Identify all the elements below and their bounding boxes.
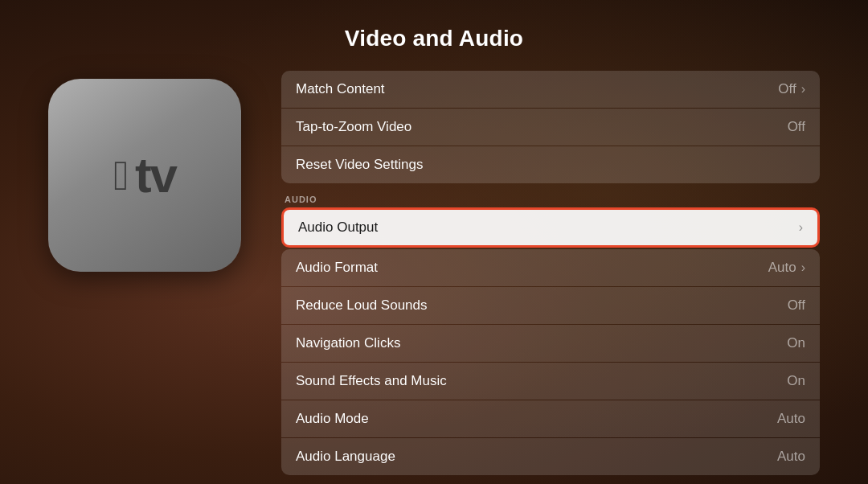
sound-effects-value: On xyxy=(787,373,805,389)
navigation-clicks-value: On xyxy=(787,335,805,351)
reduce-loud-label: Reduce Loud Sounds xyxy=(296,297,428,314)
sound-effects-label: Sound Effects and Music xyxy=(296,373,447,389)
tap-to-zoom-label: Tap-to-Zoom Video xyxy=(296,119,411,135)
audio-mode-value: Auto xyxy=(777,411,805,427)
audio-format-label: Audio Format xyxy=(296,260,378,276)
settings-row-sound-effects[interactable]: Sound Effects and Music On xyxy=(281,363,820,400)
tap-to-zoom-value: Off xyxy=(788,119,805,135)
settings-row-match-content[interactable]: Match Content Off › xyxy=(281,71,820,108)
apple-logo-icon:  xyxy=(113,154,129,196)
apple-tv-graphic:  tv xyxy=(48,79,241,272)
settings-row-audio-language[interactable]: Audio Language Auto xyxy=(281,438,820,475)
tv-text: tv xyxy=(135,150,176,200)
settings-row-audio-output[interactable]: Audio Output › xyxy=(281,207,820,248)
settings-row-tap-to-zoom[interactable]: Tap-to-Zoom Video Off xyxy=(281,109,820,146)
settings-row-audio-format[interactable]: Audio Format Auto › xyxy=(281,249,820,286)
page-container: Video and Audio  tv Match Content Off ›… xyxy=(0,0,868,484)
navigation-clicks-label: Navigation Clicks xyxy=(296,335,400,351)
match-content-label: Match Content xyxy=(296,81,385,97)
match-content-value: Off xyxy=(778,81,796,97)
settings-row-reset-video[interactable]: Reset Video Settings xyxy=(281,146,820,183)
settings-panel: Match Content Off › Tap-to-Zoom Video Of… xyxy=(281,71,820,475)
settings-row-audio-mode[interactable]: Audio Mode Auto xyxy=(281,400,820,437)
settings-row-reduce-loud[interactable]: Reduce Loud Sounds Off xyxy=(281,287,820,324)
audio-section-label: AUDIO xyxy=(281,195,820,204)
audio-language-label: Audio Language xyxy=(296,449,395,465)
reduce-loud-value: Off xyxy=(788,297,805,314)
match-content-chevron: › xyxy=(801,82,805,96)
content-area:  tv Match Content Off › Tap-to-Zoom Vid… xyxy=(0,71,868,475)
audio-mode-label: Audio Mode xyxy=(296,411,369,427)
audio-output-chevron: › xyxy=(799,220,803,235)
settings-row-navigation-clicks[interactable]: Navigation Clicks On xyxy=(281,325,820,362)
reset-video-label: Reset Video Settings xyxy=(296,157,423,173)
audio-format-chevron: › xyxy=(801,260,805,275)
audio-language-value: Auto xyxy=(777,449,805,465)
audio-format-value: Auto xyxy=(768,260,796,276)
page-title: Video and Audio xyxy=(345,26,523,51)
audio-output-label: Audio Output xyxy=(298,219,378,236)
